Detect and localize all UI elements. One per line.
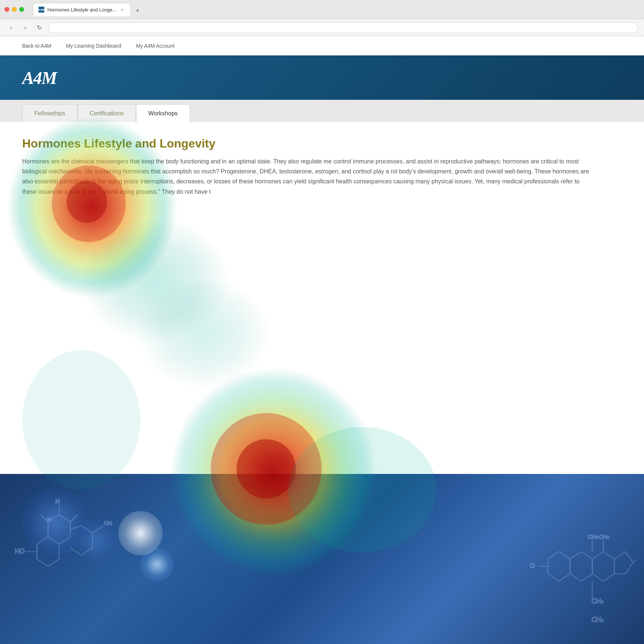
site-navigation: Back to A4M My Learning Dashboard My A4M… <box>0 36 644 55</box>
svg-text:HO: HO <box>15 548 25 555</box>
svg-line-4 <box>59 515 70 522</box>
svg-marker-23 <box>592 552 614 581</box>
content-area: Back to A4M My Learning Dashboard My A4M… <box>0 36 644 644</box>
address-bar[interactable] <box>48 22 638 33</box>
svg-line-13 <box>81 526 92 533</box>
light-glare <box>118 511 163 555</box>
browser-window: A4M Hormones Lifestyle and Longe... × + … <box>0 0 644 644</box>
svg-text:CH₃: CH₃ <box>592 616 604 623</box>
svg-marker-22 <box>570 552 592 581</box>
svg-line-26 <box>626 563 633 574</box>
svg-text:CH₃: CH₃ <box>599 533 609 540</box>
svg-line-6 <box>59 537 70 544</box>
article-content: Hormones Lifestyle and Longevity Hormone… <box>0 122 644 474</box>
new-tab-button[interactable]: + <box>132 6 143 16</box>
a4m-logo: A4M <box>22 68 57 88</box>
svg-line-25 <box>626 552 633 563</box>
science-image: HO H H OH <box>0 474 644 644</box>
browser-toolbar: ‹ › ↻ <box>0 19 644 36</box>
tab-title: Hormones Lifestyle and Longe... <box>47 7 116 13</box>
traffic-lights <box>4 7 24 12</box>
tab-favicon: A4M <box>38 7 44 13</box>
nav-link-back-to-a4m[interactable]: Back to A4M <box>22 43 51 49</box>
svg-line-12 <box>70 526 81 529</box>
article-title: Hormones Lifestyle and Longevity <box>22 137 622 150</box>
svg-line-32 <box>633 557 637 563</box>
refresh-button[interactable]: ↻ <box>34 23 44 33</box>
svg-text:CH₃: CH₃ <box>588 533 598 540</box>
svg-text:O: O <box>530 563 535 569</box>
minimize-traffic-light[interactable] <box>12 7 17 12</box>
tabs-section: Fellowships Certifications Workshops <box>0 100 644 122</box>
svg-line-15 <box>81 548 92 555</box>
tab-fellowships[interactable]: Fellowships <box>22 104 78 122</box>
svg-marker-21 <box>548 552 570 581</box>
forward-button[interactable]: › <box>20 23 30 33</box>
svg-line-7 <box>41 515 48 522</box>
browser-titlebar: A4M Hormones Lifestyle and Longe... × + <box>0 0 644 19</box>
article-body: Hormones are the chemical messengers tha… <box>22 156 592 197</box>
svg-text:H: H <box>47 516 51 522</box>
tab-workshops[interactable]: Workshops <box>136 104 190 122</box>
tab-certifications[interactable]: Certifications <box>78 104 136 122</box>
nav-link-my-learning-dashboard[interactable]: My Learning Dashboard <box>66 43 121 49</box>
site-header-banner: A4M <box>0 55 644 100</box>
svg-line-9 <box>70 515 78 522</box>
tab-bar: A4M Hormones Lifestyle and Longe... × + <box>33 3 640 16</box>
back-button[interactable]: ‹ <box>6 23 16 33</box>
browser-tab-active[interactable]: A4M Hormones Lifestyle and Longe... × <box>33 3 131 16</box>
fullscreen-traffic-light[interactable] <box>19 7 24 12</box>
svg-text:H: H <box>55 498 60 505</box>
svg-marker-0 <box>37 537 59 566</box>
svg-line-24 <box>614 552 626 559</box>
svg-text:OH: OH <box>104 520 112 526</box>
close-traffic-light[interactable] <box>4 7 9 12</box>
nav-link-my-a4m-account[interactable]: My A4M Account <box>136 43 174 49</box>
svg-line-16 <box>70 548 81 555</box>
svg-line-19 <box>92 526 104 533</box>
svg-text:CH₃: CH₃ <box>592 597 604 605</box>
tab-close-button[interactable]: × <box>119 7 125 13</box>
chemical-structure-right: CH₃ CH₃ OH O CH₃ CH₃ <box>518 485 637 633</box>
